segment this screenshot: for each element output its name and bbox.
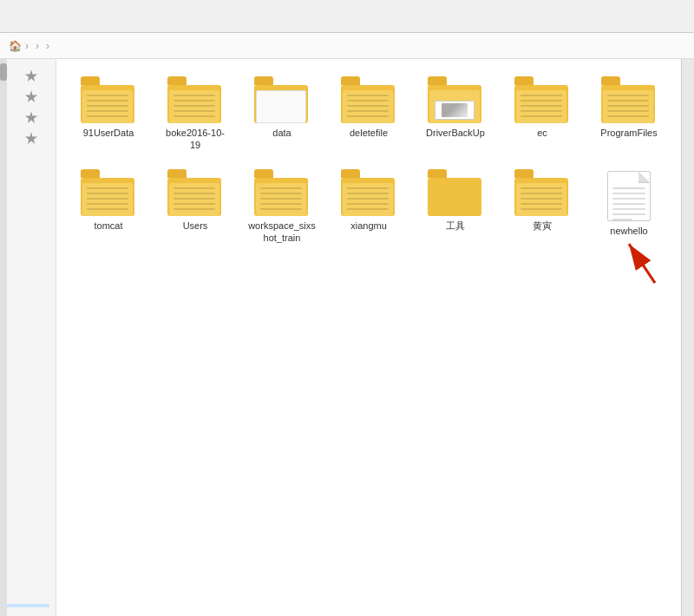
file-item-tomcat[interactable]: tomcat bbox=[69, 165, 147, 249]
drive-d[interactable] bbox=[6, 604, 49, 607]
file-icon-boke2016-10-19 bbox=[167, 76, 223, 123]
sidebar-scrollbar[interactable] bbox=[0, 59, 7, 616]
file-icon-gongju: ⚙ bbox=[428, 169, 483, 216]
file-label-workspace_sixshot_train: workspace_sixs hot_train bbox=[248, 220, 316, 245]
file-label-tomcat: tomcat bbox=[94, 220, 122, 232]
file-icon-xiangmu bbox=[341, 169, 396, 216]
file-icon-deletefile bbox=[341, 76, 396, 123]
file-label-DriverBackUp: DriverBackUp bbox=[426, 127, 485, 139]
toolbar-organize[interactable] bbox=[49, 13, 62, 20]
file-label-91UserData: 91UserData bbox=[83, 127, 134, 139]
file-label-boke2016-10-19: boke2016-10-19 bbox=[160, 127, 230, 152]
file-item-gongju[interactable]: ⚙工具 bbox=[416, 165, 494, 249]
file-icon-huangyin bbox=[514, 169, 570, 216]
file-icon-newhello bbox=[607, 169, 651, 221]
file-label-data: data bbox=[272, 127, 291, 139]
file-label-newhello: newhello bbox=[610, 225, 647, 237]
toolbar bbox=[0, 0, 694, 33]
pin-icon-2 bbox=[25, 90, 37, 102]
breadcrumb: 🏠 › › › bbox=[0, 33, 694, 59]
file-item-newhello[interactable]: newhello bbox=[590, 165, 668, 249]
file-item-91UserData[interactable]: 91UserData bbox=[69, 72, 147, 156]
file-icon-data bbox=[254, 76, 310, 123]
breadcrumb-home-icon: 🏠 bbox=[9, 40, 22, 52]
file-label-xiangmu: xiangmu bbox=[350, 220, 387, 232]
file-item-workspace_sixshot_train[interactable]: workspace_sixs hot_train bbox=[243, 165, 321, 249]
toolbar-open[interactable] bbox=[128, 13, 142, 20]
pin-icon-3 bbox=[25, 111, 37, 123]
file-item-boke2016-10-19[interactable]: boke2016-10-19 bbox=[156, 72, 234, 156]
file-grid-wrapper: 91UserDataboke2016-10-19datadeletefileDr… bbox=[56, 59, 681, 616]
file-icon-Users bbox=[167, 169, 223, 216]
toolbar-clipboard[interactable] bbox=[9, 13, 23, 20]
sidebar bbox=[0, 59, 56, 616]
file-item-ProgramFiles[interactable]: ProgramFiles bbox=[590, 72, 668, 156]
file-label-ec: ec bbox=[537, 127, 547, 139]
sidebar-actions bbox=[3, 68, 59, 146]
file-icon-DriverBackUp bbox=[428, 76, 483, 123]
file-item-xiangmu[interactable]: xiangmu bbox=[330, 165, 408, 249]
file-icon-91UserData bbox=[81, 76, 136, 123]
file-label-ProgramFiles: ProgramFiles bbox=[600, 127, 657, 139]
pin-icon-4 bbox=[25, 132, 37, 144]
file-item-deletefile[interactable]: deletefile bbox=[330, 72, 408, 156]
right-panel bbox=[681, 59, 694, 616]
content: 91UserDataboke2016-10-19datadeletefileDr… bbox=[56, 59, 694, 616]
file-item-huangyin[interactable]: 黄寅 bbox=[503, 165, 581, 249]
file-label-gongju: 工具 bbox=[446, 220, 465, 232]
file-item-DriverBackUp[interactable]: DriverBackUp bbox=[416, 72, 494, 156]
scrollbar-thumb[interactable] bbox=[0, 63, 7, 81]
file-icon-ProgramFiles bbox=[601, 76, 657, 123]
file-item-ec[interactable]: ec bbox=[503, 72, 581, 156]
sidebar-drives bbox=[0, 597, 56, 607]
pin-icon bbox=[25, 69, 37, 82]
file-label-deletefile: deletefile bbox=[350, 127, 388, 139]
drive-c[interactable] bbox=[6, 597, 49, 600]
toolbar-select[interactable] bbox=[168, 13, 182, 20]
file-icon-ec bbox=[514, 76, 570, 123]
file-label-huangyin: 黄寅 bbox=[533, 220, 552, 232]
toolbar-new[interactable] bbox=[88, 13, 102, 20]
file-item-data[interactable]: data bbox=[243, 72, 321, 156]
file-item-Users[interactable]: Users bbox=[156, 165, 234, 249]
file-label-Users: Users bbox=[183, 220, 208, 232]
file-icon-tomcat bbox=[81, 169, 136, 216]
file-icon-workspace_sixshot_train bbox=[254, 169, 310, 216]
file-grid: 91UserDataboke2016-10-19datadeletefileDr… bbox=[56, 59, 681, 261]
main-layout: 91UserDataboke2016-10-19datadeletefileDr… bbox=[0, 59, 694, 616]
